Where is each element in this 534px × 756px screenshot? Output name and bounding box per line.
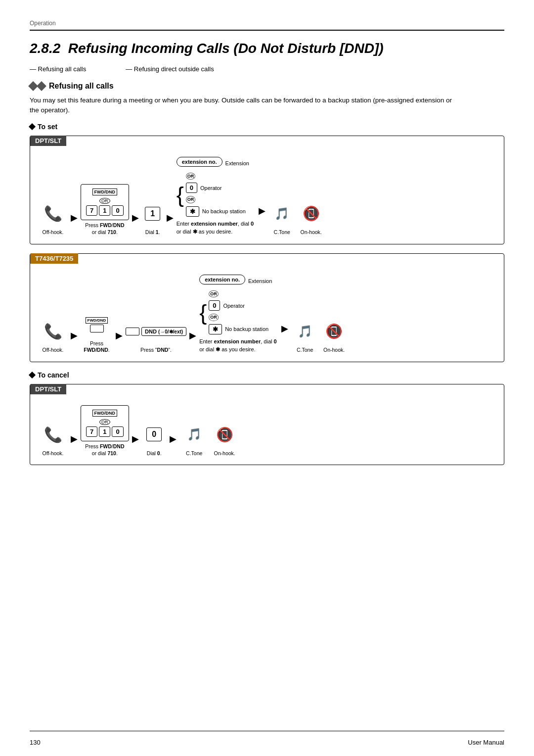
t7-ext-option-label: Extension bbox=[248, 278, 272, 284]
opt-row-0: 0 Operator bbox=[186, 183, 246, 193]
t7-step-2-caption: PressFWD/DND. bbox=[84, 340, 110, 354]
t7-fwd-key-shape bbox=[90, 325, 104, 332]
arrow-3: ▶ bbox=[166, 209, 175, 236]
cancel-music-icon: 🎵 bbox=[187, 427, 202, 441]
step-3-caption: Dial 1. bbox=[145, 229, 160, 236]
step-2-caption: Press FWD/DNDor dial 710. bbox=[85, 222, 124, 236]
cancel-arrow-3: ▶ bbox=[169, 429, 178, 457]
t7-step-3: DND (→0/✱/ext) Press "DND". bbox=[126, 318, 186, 354]
bullet-diamond bbox=[29, 123, 36, 130]
t7-no-backup-label: No backup station bbox=[225, 326, 268, 332]
toc-line: — Refusing all calls — Refusing direct o… bbox=[30, 65, 504, 73]
subsection-header: Refusing all calls bbox=[30, 82, 504, 91]
cancel-key-7: 7 bbox=[86, 426, 97, 437]
t7-key-0-opt: 0 bbox=[209, 300, 220, 311]
subsection-title: Refusing all calls bbox=[49, 82, 114, 91]
t7-fwd-dnd-btn: FWD/DND bbox=[86, 317, 108, 324]
cancel-step-1-caption: Off-hook. bbox=[43, 450, 64, 457]
t7-arrow-3: ▶ bbox=[188, 327, 197, 354]
t7-ext-no-box: extension no. bbox=[199, 275, 245, 284]
t7-opt-row-0: 0 Operator bbox=[209, 300, 268, 311]
opt-row-or1: OR bbox=[186, 173, 246, 180]
cancel-onhook-icon: 📵 bbox=[216, 426, 233, 443]
step-6-caption: On-hook. bbox=[301, 229, 322, 236]
t7-offhook-icon: 📞 bbox=[44, 323, 62, 340]
ctone-label: C.Tone bbox=[274, 229, 290, 236]
dpt-set-steps: 📞 Off-hook. ▶ FWD/DND OR 7 1 0 bbox=[38, 157, 496, 236]
diamond-icons bbox=[30, 83, 45, 90]
diamond-icon-2 bbox=[37, 81, 46, 91]
page-number: 130 bbox=[30, 739, 41, 746]
body-text: You may set this feature during a meetin… bbox=[30, 95, 455, 116]
t7-step-2-visual: FWD/DND bbox=[86, 311, 108, 338]
t7-set-diagram: T7436/T7235 📞 Off-hook. ▶ FWD/DND PressF… bbox=[30, 253, 504, 362]
t7-or-txt-2: OR bbox=[209, 314, 219, 321]
cancel-ctone-visual: 🎵 bbox=[187, 421, 202, 448]
t7-ctone-label: C.Tone bbox=[297, 347, 313, 354]
left-brace: { bbox=[177, 184, 184, 206]
cancel-step-2-visual: FWD/DND OR 7 1 0 bbox=[81, 405, 129, 441]
t7-arrow-4: ▶ bbox=[280, 323, 289, 354]
toc-left: — Refusing all calls bbox=[30, 65, 86, 73]
fwd-dnd-label: FWD/DND bbox=[92, 189, 118, 195]
key-1: 1 bbox=[99, 205, 110, 216]
bottom-rule bbox=[30, 731, 504, 731]
cancel-step-2-caption: Press FWD/DNDor dial 710. bbox=[85, 443, 124, 457]
step-3-visual: 1 bbox=[145, 200, 160, 227]
breadcrumb: Operation bbox=[30, 20, 504, 27]
t7-step-3-visual: DND (→0/✱/ext) bbox=[126, 318, 186, 345]
t7-dnd-key: DND (→0/✱/ext) bbox=[141, 327, 186, 336]
arrow-1: ▶ bbox=[70, 209, 79, 236]
t7-operator-label: Operator bbox=[223, 303, 244, 309]
dpt-cancel-label: DPT/SLT bbox=[30, 384, 66, 394]
bullet-diamond-2 bbox=[29, 372, 36, 378]
cancel-step-5-caption: On-hook. bbox=[214, 450, 235, 457]
to-set-header: To set bbox=[30, 123, 504, 131]
t7-options-inner: OR 0 Operator OR ✱ No backup s bbox=[209, 290, 268, 334]
no-backup-label: No backup station bbox=[202, 208, 246, 214]
ext-no-box: extension no. bbox=[177, 157, 222, 167]
section-title: 2.8.2 Refusing Incoming Calls (Do Not Di… bbox=[30, 41, 504, 56]
music-note-icon: 🎵 bbox=[274, 207, 289, 221]
t7-arrow-1: ▶ bbox=[70, 327, 79, 354]
t7-step-3-caption: Press "DND". bbox=[140, 347, 172, 354]
ext-option-label: Extension bbox=[225, 160, 249, 166]
step-1-visual: 📞 bbox=[44, 200, 62, 227]
cancel-key-0: 0 bbox=[112, 426, 123, 437]
cancel-offhook-icon: 📞 bbox=[44, 426, 62, 443]
t7-opt-row-or2: OR bbox=[209, 314, 268, 321]
t7-dnd-shape-1 bbox=[126, 328, 139, 335]
dpt-label: DPT/SLT bbox=[30, 136, 66, 146]
t7-onhook-icon: 📵 bbox=[325, 323, 343, 339]
t7-opt-row-star: ✱ No backup station bbox=[209, 324, 268, 334]
offhook-phone-icon: 📞 bbox=[44, 205, 62, 222]
cancel-step-2: FWD/DND OR 7 1 0 Press FWD/DNDor dial 71… bbox=[81, 405, 129, 457]
t7-step-5: 🎵 C.Tone bbox=[291, 318, 318, 354]
cancel-fwd-dnd: FWD/DND bbox=[92, 410, 118, 417]
to-cancel-header: To cancel bbox=[30, 371, 504, 379]
footer-right: User Manual bbox=[468, 739, 504, 746]
cancel-step-5: 📵 On-hook. bbox=[211, 421, 238, 457]
cancel-key-1: 1 bbox=[99, 426, 110, 437]
t7-ctone-visual: 🎵 bbox=[298, 318, 312, 345]
cancel-step-4: 🎵 C.Tone bbox=[179, 421, 209, 457]
keys-row: 7 1 0 bbox=[86, 205, 124, 216]
brace-area: { OR 0 Operator OR bbox=[177, 173, 254, 217]
step-2-visual: FWD/DND OR 7 1 0 bbox=[81, 184, 129, 220]
step-2: FWD/DND OR 7 1 0 Press FWD/DNDor dial 71… bbox=[81, 184, 129, 236]
t7-set-steps: 📞 Off-hook. ▶ FWD/DND PressFWD/DND. ▶ bbox=[38, 275, 496, 354]
dial-note-dpt: Enter extension number, dial 0or dial ✱ … bbox=[177, 220, 254, 236]
key-0: 0 bbox=[112, 205, 123, 216]
cancel-arrow-2: ▶ bbox=[131, 429, 140, 457]
key-7: 7 bbox=[86, 205, 97, 216]
opt-row-or2: OR bbox=[186, 196, 246, 203]
ctone-visual: 🎵 bbox=[274, 200, 289, 227]
t7-key-star-opt: ✱ bbox=[209, 324, 222, 334]
t7-step-2: FWD/DND PressFWD/DND. bbox=[81, 311, 113, 354]
step-3: 1 Dial 1. bbox=[142, 200, 164, 236]
page-footer: 130 User Manual bbox=[30, 739, 504, 746]
options-inner: OR 0 Operator OR ✱ No backup s bbox=[186, 173, 246, 217]
arrow-4: ▶ bbox=[258, 205, 267, 236]
dpt-cancel-diagram: DPT/SLT 📞 Off-hook. ▶ FWD/DND OR 7 bbox=[30, 384, 504, 465]
cancel-onhook-visual: 📵 bbox=[216, 421, 233, 448]
